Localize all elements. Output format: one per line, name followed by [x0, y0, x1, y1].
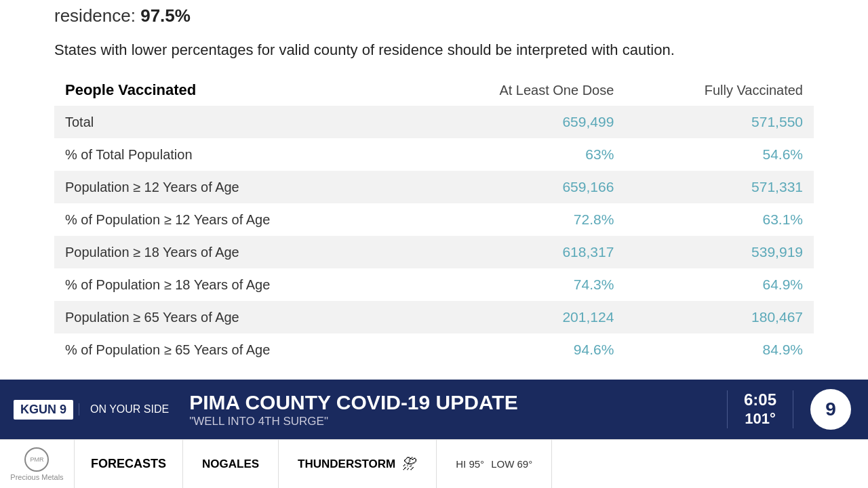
- kgun-badge: KGUN 9: [14, 400, 73, 420]
- on-your-side-label: ON YOUR SIDE: [79, 403, 169, 415]
- residence-value: 97.5%: [140, 5, 191, 26]
- forecasts-button[interactable]: FORECASTS: [75, 440, 183, 488]
- time-display: 6:05: [744, 390, 776, 410]
- thunderstorm-label: THUNDERSTORM: [298, 458, 395, 471]
- col-header-full: Fully Vaccinated: [625, 75, 814, 106]
- table-row: Total 659,499 571,550: [54, 106, 814, 138]
- row-dose1: 63%: [410, 138, 625, 171]
- low-temp: LOW 69°: [491, 458, 532, 470]
- row-label: Population ≥ 18 Years of Age: [54, 236, 410, 268]
- temp-display: 101°: [744, 410, 776, 428]
- row-dose1: 659,499: [410, 106, 625, 138]
- row-dose1: 94.6%: [410, 333, 625, 366]
- top-partial-text: residence: 97.5%: [0, 0, 868, 32]
- row-label: Population ≥ 12 Years of Age: [54, 171, 410, 203]
- pmr-circle-icon: PMR: [24, 447, 49, 472]
- row-label: Population ≥ 65 Years of Age: [54, 301, 410, 333]
- col-header-people: People Vaccinated: [54, 75, 410, 106]
- caution-text: States with lower percentages for valid …: [54, 39, 814, 61]
- row-label: % of Population ≥ 18 Years of Age: [54, 268, 410, 301]
- table-row: Population ≥ 12 Years of Age 659,166 571…: [54, 171, 814, 203]
- table-row: % of Population ≥ 18 Years of Age 74.3% …: [54, 268, 814, 301]
- row-label: Total: [54, 106, 410, 138]
- row-full: 64.9%: [625, 268, 814, 301]
- row-full: 84.9%: [625, 333, 814, 366]
- nogales-city: NOGALES: [202, 458, 259, 471]
- row-full: 180,467: [625, 301, 814, 333]
- high-temp: HI 95°: [456, 458, 484, 470]
- news-title-block: PIMA COUNTY COVID-19 UPDATE "WELL INTO 4…: [182, 390, 713, 428]
- row-full: 571,550: [625, 106, 814, 138]
- news-subtitle: "WELL INTO 4TH SURGE": [189, 415, 713, 428]
- row-dose1: 201,124: [410, 301, 625, 333]
- ticker-thunderstorm: THUNDERSTORM ⛈: [279, 440, 437, 488]
- news-main-title: PIMA COUNTY COVID-19 UPDATE: [189, 390, 713, 415]
- ticker-bar: PMR Precious Metals FORECASTS NOGALES TH…: [0, 439, 868, 488]
- row-full: 539,919: [625, 236, 814, 268]
- ticker-nogales: NOGALES: [183, 440, 279, 488]
- row-label: % of Total Population: [54, 138, 410, 171]
- row-full: 63.1%: [625, 203, 814, 236]
- row-full: 571,331: [625, 171, 814, 203]
- row-full: 54.6%: [625, 138, 814, 171]
- table-row: % of Population ≥ 12 Years of Age 72.8% …: [54, 203, 814, 236]
- table-row: Population ≥ 18 Years of Age 618,317 539…: [54, 236, 814, 268]
- thunderstorm-icon: ⛈: [402, 455, 417, 473]
- row-label: % of Population ≥ 12 Years of Age: [54, 203, 410, 236]
- table-row: Population ≥ 65 Years of Age 201,124 180…: [54, 301, 814, 333]
- col-header-dose1: At Least One Dose: [410, 75, 625, 106]
- row-label: % of Population ≥ 65 Years of Age: [54, 333, 410, 366]
- table-row: % of Population ≥ 65 Years of Age 94.6% …: [54, 333, 814, 366]
- channel-logo: 9: [807, 386, 854, 433]
- ticker-temps: HI 95° LOW 69°: [437, 440, 552, 488]
- vaccine-table: People Vaccinated At Least One Dose Full…: [54, 75, 814, 366]
- row-dose1: 659,166: [410, 171, 625, 203]
- news-bar: KGUN 9 ON YOUR SIDE PIMA COUNTY COVID-19…: [0, 380, 868, 439]
- pmr-text: Precious Metals: [10, 473, 63, 481]
- channel-number: 9: [810, 389, 851, 430]
- table-row: % of Total Population 63% 54.6%: [54, 138, 814, 171]
- ticker-items: NOGALES THUNDERSTORM ⛈ HI 95° LOW 69°: [183, 440, 868, 488]
- pmr-logo: PMR Precious Metals: [0, 440, 75, 489]
- main-content: States with lower percentages for valid …: [0, 32, 868, 366]
- row-dose1: 618,317: [410, 236, 625, 268]
- row-dose1: 74.3%: [410, 268, 625, 301]
- time-block: 6:05 101°: [727, 390, 793, 428]
- row-dose1: 72.8%: [410, 203, 625, 236]
